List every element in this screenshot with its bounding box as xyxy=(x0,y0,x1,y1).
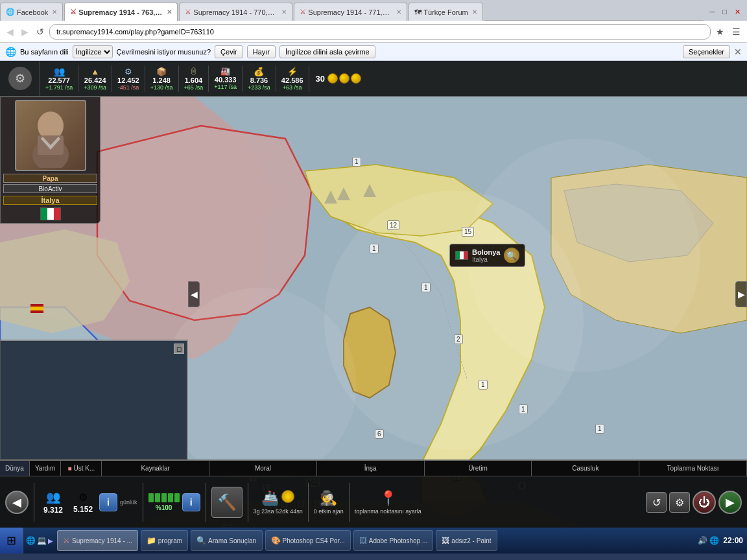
nav-tab-resources[interactable]: Kaynaklar xyxy=(102,461,209,476)
tab-forum[interactable]: 🗺 Türkçe Forum ✕ xyxy=(409,3,482,21)
taskbar-item-program[interactable]: 📁 program xyxy=(141,530,188,551)
resource-industry: 🏭 40.333 +117 /sa xyxy=(209,65,243,91)
unit-marker-1b[interactable]: 1 xyxy=(370,244,379,253)
settings-button[interactable]: ⚙ xyxy=(669,492,690,513)
scroll-left-button[interactable]: ◀ xyxy=(188,281,200,307)
info-button-2[interactable]: i xyxy=(182,493,200,511)
taskbar-item-paint[interactable]: 🖼 adsız2 - Paint xyxy=(436,530,497,551)
population-icon: 👥 xyxy=(54,66,65,76)
gold-rate: +233 /sa xyxy=(248,84,270,91)
minimize-button[interactable]: ─ xyxy=(706,6,719,17)
start-button[interactable]: ⊞ xyxy=(0,528,23,554)
tab-supremacy1[interactable]: ⚔ Supremacy 1914 - 763,110 ✕ xyxy=(64,3,178,21)
tab-label-s3: Supremacy 1914 - 771,998 xyxy=(308,8,392,16)
population-value: 22.577 xyxy=(48,76,70,84)
vert-div-6 xyxy=(349,483,350,522)
taskbar-item-search[interactable]: 🔍 Arama Sonuçları xyxy=(191,530,262,551)
tab-supremacy3[interactable]: ⚔ Supremacy 1914 - 771,998 ✕ xyxy=(294,3,407,21)
tooltip-search-button[interactable]: 🔍 xyxy=(504,248,519,263)
tab-favicon-s3: ⚔ xyxy=(300,8,306,16)
bottom-panel: Dünya Yardım ■Üst K... Kaynaklar Moral İ… xyxy=(0,460,747,528)
nav-tab-production[interactable]: Üretim xyxy=(425,461,532,476)
back-button[interactable]: ◀ xyxy=(4,25,16,38)
stat1-value: 9.312 xyxy=(43,506,63,515)
tooltip-province-name: Bolonya xyxy=(472,248,500,256)
industry-icon: 🏭 xyxy=(220,67,230,76)
player-flag xyxy=(40,207,61,220)
morale-section: %100 xyxy=(148,493,180,511)
back-arrow-button[interactable]: ◀ xyxy=(5,491,29,514)
tab-close-s2[interactable]: ✕ xyxy=(281,8,287,16)
nav-tab-morale[interactable]: Moral xyxy=(209,461,317,476)
metal-value: 12.452 xyxy=(117,76,139,84)
tab-label-s1: Supremacy 1914 - 763,110 xyxy=(78,8,163,16)
language-select[interactable]: İngilizce xyxy=(73,45,113,58)
tab-close-forum[interactable]: ✕ xyxy=(472,8,477,16)
tab-favicon-forum: 🗺 xyxy=(414,8,421,16)
translate-close-button[interactable]: ✕ xyxy=(734,47,742,57)
grain-rate: +309 /sa xyxy=(84,84,106,91)
translate-button[interactable]: Çevir xyxy=(215,45,243,58)
refresh-button[interactable]: ↺ xyxy=(646,492,667,513)
top-tab[interactable]: ■Üst K... xyxy=(61,461,102,476)
scroll-right-button[interactable]: ▶ xyxy=(735,281,747,307)
never-translate-button[interactable]: İngilizce dilini asla çevirme xyxy=(279,45,375,58)
taskbar-item-supremacy[interactable]: ⚔ Supremacy 1914 - ... xyxy=(57,530,138,551)
taskbar-item-photoshop2[interactable]: 🖼 Adobe Photoshop ... xyxy=(353,530,434,551)
province-tooltip[interactable]: Bolonya Italya 🔍 xyxy=(449,244,525,267)
tab-facebook[interactable]: 🌐 Facebook ✕ xyxy=(0,3,63,21)
player-name: BioActiv xyxy=(38,185,62,192)
grain-value: 26.424 xyxy=(84,76,106,84)
translate-bar: 🌐 Bu sayfanın dili İngilizce Çevrilmesin… xyxy=(0,43,747,61)
unit-marker-1f[interactable]: 1 xyxy=(595,424,604,434)
url-input[interactable] xyxy=(49,24,711,40)
tab-close-s3[interactable]: ✕ xyxy=(396,8,401,16)
coin-1 xyxy=(327,73,338,84)
tab-close-facebook[interactable]: ✕ xyxy=(52,8,57,16)
help-tab[interactable]: Yardım xyxy=(30,461,62,476)
close-button[interactable]: ✕ xyxy=(731,6,744,18)
stat2-value: 5.152 xyxy=(73,505,93,514)
unit-marker-1e[interactable]: 1 xyxy=(519,404,528,414)
unit-marker-1c[interactable]: 1 xyxy=(421,283,431,292)
coins-value: 30 xyxy=(316,74,325,84)
nav-tab-espionage[interactable]: Casusluk xyxy=(532,461,639,476)
forward-arrow-button[interactable]: ▶ xyxy=(718,491,742,514)
unit-marker-12[interactable]: 12 xyxy=(387,220,399,230)
info-button-1[interactable]: i xyxy=(99,493,117,511)
gold-icon: 💰 xyxy=(254,67,264,76)
tab-close-s1[interactable]: ✕ xyxy=(167,8,172,16)
translate-options-button[interactable]: Seçenekler xyxy=(683,45,730,58)
rally-label: toplanma noktasını ayarla xyxy=(355,508,421,515)
build-icon[interactable]: 🔨 xyxy=(211,487,243,518)
vert-div-5 xyxy=(308,483,309,522)
tab-favicon-facebook: 🌐 xyxy=(6,8,15,16)
nav-tab-rally[interactable]: Toplanma Noktası xyxy=(639,461,747,476)
tab-supremacy2[interactable]: ⚔ Supremacy 1914 - 770,786 ✕ xyxy=(179,3,292,21)
reload-button[interactable]: ↺ xyxy=(34,25,47,38)
game-area: ⚙ 👥 22.577 +1.791 /sa ▲ 26.424 +309 /sa … xyxy=(0,61,747,528)
metal-icon: ⚙ xyxy=(124,67,132,76)
mini-map-handle[interactable]: ◻ xyxy=(174,344,184,354)
forward-button[interactable]: ▶ xyxy=(19,25,31,38)
world-tab[interactable]: Dünya xyxy=(0,461,30,476)
mini-map[interactable]: ◻ xyxy=(0,340,188,460)
nav-tab-build[interactable]: İnşa xyxy=(317,461,425,476)
unit-marker-15[interactable]: 15 xyxy=(462,227,474,237)
taskbar-item-photoshop1[interactable]: 🎨 Photoshop CS4 Por... xyxy=(265,530,351,551)
no-translate-button[interactable]: Hayır xyxy=(247,45,276,58)
maximize-button[interactable]: □ xyxy=(718,6,731,17)
player-avatar[interactable] xyxy=(15,100,86,171)
population-rate: +1.791 /sa xyxy=(45,84,73,91)
unit-marker-1a[interactable]: 1 xyxy=(352,157,361,167)
grain-icon: ▲ xyxy=(91,67,99,76)
unit-marker-2b[interactable]: 2 xyxy=(454,334,463,344)
unit-marker-6[interactable]: 6 xyxy=(375,429,384,439)
bottom-actions: ◀ 👥 9.312 ⚙ 5.152 i günlük xyxy=(0,476,747,528)
power-button[interactable]: ⏻ xyxy=(693,491,716,514)
menu-button[interactable]: ☰ xyxy=(729,25,743,38)
bookmark-button[interactable]: ★ xyxy=(713,25,727,38)
unit-marker-1d[interactable]: 1 xyxy=(479,380,488,390)
resource-oil: 🛢 1.604 +65 /sa xyxy=(179,65,209,92)
oil-rate: +65 /sa xyxy=(184,84,204,91)
